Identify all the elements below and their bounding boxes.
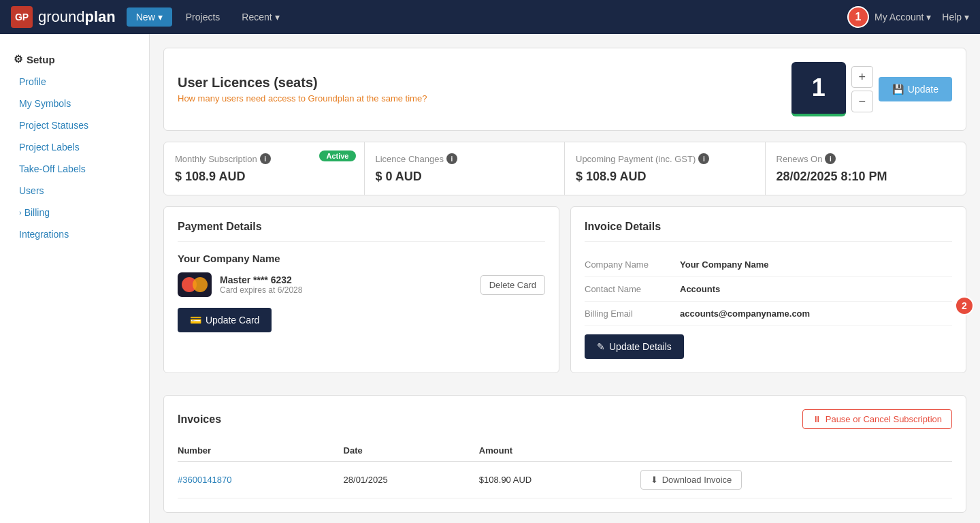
invoice-detail-company: Company Name Your Company Name bbox=[585, 253, 952, 277]
dropdown-arrow-icon: ▾ bbox=[158, 12, 163, 22]
active-badge: Active bbox=[319, 150, 355, 161]
card-expires: Card expires at 6/2028 bbox=[220, 285, 472, 295]
step-2-badge: 2 bbox=[955, 296, 974, 315]
info-icon-2[interactable]: i bbox=[698, 153, 709, 164]
stat-monthly-value: $ 108.9 AUD bbox=[175, 170, 353, 184]
recent-nav-link[interactable]: Recent ▾ bbox=[233, 12, 287, 22]
invoice-amount-0: $108.90 AUD bbox=[479, 462, 640, 498]
badge-2-wrapper: 2 bbox=[955, 298, 974, 317]
detail-label-company: Company Name bbox=[585, 259, 680, 270]
invoice-table: Number Date Amount #3600141870 28/01/202… bbox=[178, 440, 952, 498]
invoice-action-0: ⬇ Download Invoice bbox=[640, 462, 952, 498]
stat-licence-value: $ 0 AUD bbox=[376, 170, 554, 184]
two-col-section: Payment Details Your Company Name Master… bbox=[163, 206, 966, 384]
download-invoice-button-0[interactable]: ⬇ Download Invoice bbox=[640, 470, 742, 490]
stat-renews-value: 28/02/2025 8:10 PM bbox=[777, 170, 956, 184]
edit-icon: ✎ bbox=[597, 341, 605, 352]
invoices-header: Invoices ⏸ Pause or Cancel Subscription bbox=[178, 409, 952, 429]
invoice-detail-email: Billing Email accounts@companyname.com bbox=[585, 302, 952, 326]
licences-info: User Licences (seats) How many users nee… bbox=[178, 75, 427, 104]
stat-upcoming-value: $ 108.9 AUD bbox=[576, 170, 754, 184]
gear-icon: ⚙ bbox=[14, 53, 22, 65]
invoice-details-title: Invoice Details bbox=[585, 221, 952, 242]
stepper-buttons: + − bbox=[851, 66, 873, 112]
stat-renews-on: Renews On i 28/02/2025 8:10 PM bbox=[766, 142, 966, 195]
stat-upcoming-label: Upcoming Payment (inc. GST) i bbox=[576, 153, 754, 164]
sidebar-item-my-symbols[interactable]: My Symbols bbox=[0, 93, 149, 114]
detail-value-email: accounts@companyname.com bbox=[680, 308, 810, 319]
card-row: Master **** 6232 Card expires at 6/2028 … bbox=[178, 272, 545, 297]
help-nav-link[interactable]: Help ▾ bbox=[942, 12, 969, 22]
decrement-seat-button[interactable]: − bbox=[851, 91, 873, 112]
payment-card-title: Payment Details bbox=[178, 221, 545, 242]
sidebar-item-project-labels[interactable]: Project Labels bbox=[0, 136, 149, 158]
credit-card-icon: 💳 bbox=[190, 315, 201, 326]
licences-header: User Licences (seats) How many users nee… bbox=[178, 62, 952, 116]
stat-renews-label: Renews On i bbox=[777, 153, 956, 164]
brand-logo: GP bbox=[11, 6, 33, 28]
licences-controls: 1 + − 💾 Update bbox=[791, 62, 952, 116]
mc-circle-right bbox=[193, 277, 208, 292]
update-licences-button[interactable]: 💾 Update bbox=[879, 77, 952, 101]
download-icon: ⬇ bbox=[651, 475, 658, 485]
brand-text: groundplan bbox=[38, 8, 116, 26]
card-number: Master **** 6232 bbox=[220, 274, 472, 285]
stat-licence-label: Licence Changes i bbox=[376, 153, 554, 164]
sidebar-item-project-statuses[interactable]: Project Statuses bbox=[0, 114, 149, 136]
col-date: Date bbox=[344, 440, 479, 462]
sidebar-item-users[interactable]: Users bbox=[0, 180, 149, 202]
info-icon-3[interactable]: i bbox=[825, 153, 836, 164]
invoice-details-card: Invoice Details Company Name Your Compan… bbox=[570, 206, 966, 373]
col-action bbox=[640, 440, 952, 462]
invoice-number-0: #3600141870 bbox=[178, 462, 344, 498]
invoices-card: Invoices ⏸ Pause or Cancel Subscription … bbox=[163, 395, 966, 513]
invoices-title: Invoices bbox=[178, 413, 221, 426]
invoice-link-0[interactable]: #3600141870 bbox=[178, 475, 232, 485]
sidebar-item-profile[interactable]: Profile bbox=[0, 71, 149, 93]
payment-company-name: Your Company Name bbox=[178, 253, 545, 264]
invoice-detail-contact: Contact Name Accounts bbox=[585, 277, 952, 302]
page-layout: ⚙ Setup Profile My Symbols Project Statu… bbox=[0, 34, 980, 523]
user-licences-card: User Licences (seats) How many users nee… bbox=[163, 48, 966, 131]
chevron-right-icon: › bbox=[19, 208, 22, 217]
stats-grid: Monthly Subscription i $ 108.9 AUD Activ… bbox=[163, 142, 966, 195]
detail-value-contact: Accounts bbox=[680, 284, 720, 294]
detail-label-contact: Contact Name bbox=[585, 284, 680, 294]
my-account-nav-link[interactable]: My Account ▾ bbox=[875, 12, 931, 22]
invoice-row-0: #3600141870 28/01/2025 $108.90 AUD ⬇ Dow… bbox=[178, 462, 952, 498]
pause-cancel-button[interactable]: ⏸ Pause or Cancel Subscription bbox=[802, 409, 952, 429]
sidebar-item-takeoff-labels[interactable]: Take-Off Labels bbox=[0, 158, 149, 180]
sidebar-section-title: ⚙ Setup bbox=[0, 48, 149, 71]
increment-seat-button[interactable]: + bbox=[851, 66, 873, 88]
update-card-button[interactable]: 💳 Update Card bbox=[178, 308, 272, 332]
update-details-button[interactable]: ✎ Update Details bbox=[585, 334, 684, 359]
licences-title: User Licences (seats) bbox=[178, 75, 427, 91]
licences-subtitle: How many users need access to Groundplan… bbox=[178, 93, 427, 104]
info-icon-0[interactable]: i bbox=[260, 153, 271, 164]
info-icon-1[interactable]: i bbox=[446, 153, 457, 164]
mastercard-logo bbox=[178, 272, 212, 297]
new-label: New bbox=[136, 12, 155, 22]
invoice-date-0: 28/01/2025 bbox=[344, 462, 479, 498]
account-badge: 1 bbox=[847, 6, 869, 28]
account-badge-wrapper: 1 My Account ▾ bbox=[847, 6, 931, 28]
stat-licence-changes: Licence Changes i $ 0 AUD bbox=[365, 142, 566, 195]
navbar-right: 1 My Account ▾ Help ▾ bbox=[847, 6, 969, 28]
detail-label-email: Billing Email bbox=[585, 308, 680, 319]
main-content: User Licences (seats) How many users nee… bbox=[150, 34, 980, 523]
invoice-table-header-row: Number Date Amount bbox=[178, 440, 952, 462]
col-number: Number bbox=[178, 440, 344, 462]
sidebar: ⚙ Setup Profile My Symbols Project Statu… bbox=[0, 34, 150, 523]
card-info: Master **** 6232 Card expires at 6/2028 bbox=[220, 274, 472, 295]
navbar: GP groundplan New ▾ Projects Recent ▾ 1 … bbox=[0, 0, 980, 34]
projects-nav-link[interactable]: Projects bbox=[178, 12, 229, 22]
stat-upcoming-payment: Upcoming Payment (inc. GST) i $ 108.9 AU… bbox=[565, 142, 766, 195]
new-button[interactable]: New ▾ bbox=[127, 7, 172, 27]
stat-monthly-subscription: Monthly Subscription i $ 108.9 AUD Activ… bbox=[164, 142, 365, 195]
brand: GP groundplan bbox=[11, 6, 116, 28]
delete-card-button[interactable]: Delete Card bbox=[480, 275, 545, 295]
payment-details-card: Payment Details Your Company Name Master… bbox=[163, 206, 559, 373]
detail-value-company: Your Company Name bbox=[680, 259, 769, 270]
sidebar-item-integrations[interactable]: Integrations bbox=[0, 223, 149, 245]
sidebar-item-billing[interactable]: › Billing bbox=[0, 202, 149, 223]
